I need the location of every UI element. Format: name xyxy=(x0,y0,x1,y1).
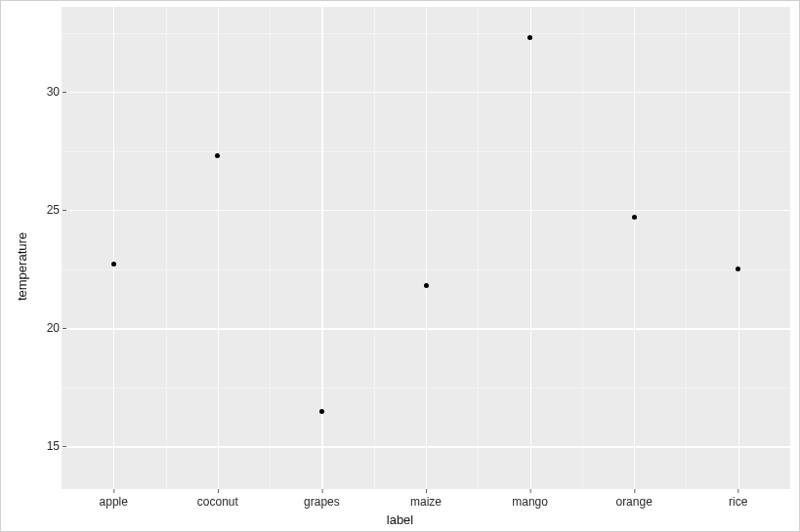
plot-panel: 15202530applecoconutgrapesmaizemangooran… xyxy=(62,7,790,489)
grid-v-major xyxy=(426,7,427,489)
x-tick-label: coconut xyxy=(197,489,238,509)
grid-v-minor xyxy=(166,7,167,489)
data-point xyxy=(424,283,429,288)
chart-frame: temperature label 15202530applecoconutgr… xyxy=(0,0,800,532)
data-point xyxy=(215,153,220,158)
x-axis-label: label xyxy=(387,512,413,527)
data-point xyxy=(736,266,740,271)
grid-v-major xyxy=(113,7,114,489)
data-point xyxy=(527,35,532,40)
y-tick-label: 20 xyxy=(47,321,62,335)
x-tick-label: rice xyxy=(729,489,747,509)
grid-v-major xyxy=(530,7,531,489)
data-point xyxy=(632,215,637,220)
grid-v-major xyxy=(738,7,739,489)
grid-v-minor xyxy=(582,7,583,489)
y-tick-label: 15 xyxy=(47,439,62,453)
x-tick-label: grapes xyxy=(304,489,340,509)
data-point xyxy=(111,262,116,266)
x-tick-label: mango xyxy=(512,489,548,509)
grid-v-minor xyxy=(686,7,687,489)
y-tick-label: 25 xyxy=(47,203,62,217)
x-tick-label: apple xyxy=(100,489,128,509)
grid-v-minor xyxy=(374,7,375,489)
y-axis-label: temperature xyxy=(15,231,29,300)
grid-v-major xyxy=(634,7,635,489)
grid-v-minor xyxy=(478,7,479,489)
data-point xyxy=(319,409,324,414)
y-tick-label: 30 xyxy=(47,85,62,99)
x-tick-label: orange xyxy=(615,489,652,509)
grid-v-minor xyxy=(270,7,271,489)
grid-v-major xyxy=(321,7,322,489)
grid-v-major xyxy=(218,7,219,489)
x-tick-label: maize xyxy=(410,489,442,509)
